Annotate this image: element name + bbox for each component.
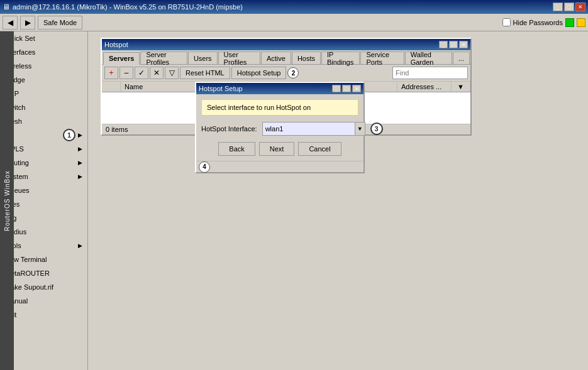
tab-hosts[interactable]: Hosts [292,52,321,64]
interface-input-wrap: ▼ [262,122,365,136]
system-arrow-icon: ▶ [78,173,82,180]
main-layout: Quick Set Interfaces Wireless Bridge PPP… [0,31,588,370]
title-bar-left: 🖥 admin@172.16.16.1 (MikroTik) - WinBox … [3,3,243,11]
col-name: Name [121,82,196,92]
hide-passwords-checkbox[interactable] [502,18,511,26]
setup-dialog-title: Hotspot Setup [199,85,243,92]
tab-server-profiles[interactable]: Server Profiles [140,52,187,64]
tools-arrow-icon: ▶ [78,242,82,249]
close-button[interactable]: ✕ [575,3,585,11]
setup-dialog: Hotspot Setup _ □ ✕ Select interface to … [195,82,365,173]
setup-instruction: Select interface to run HotSpot on [201,99,358,116]
setup-minimize-button[interactable]: _ [332,85,341,92]
back-button[interactable]: ◀ [3,16,18,30]
forward-button[interactable]: ▶ [20,16,35,30]
setup-buttons: Back Next Cancel [201,142,358,156]
app-icon: 🖥 [3,3,10,11]
cancel-button[interactable]: Cancel [298,142,341,156]
status-text: 0 items [106,126,128,133]
hotspot-setup-button[interactable]: Hotspot Setup [231,67,287,79]
back-button[interactable]: Back [218,142,255,156]
setup-close-button[interactable]: ✕ [352,85,361,92]
setup-footer: 4 [196,161,363,172]
tab-walled-garden[interactable]: Walled Garden [405,52,452,64]
reset-html-button[interactable]: Reset HTML [180,67,230,79]
col-scroll[interactable]: ▼ [452,82,470,92]
hotspot-window-controls: _ □ ✕ [439,41,468,48]
find-input[interactable] [392,67,468,79]
routing-arrow-icon: ▶ [78,160,82,166]
hotspot-minimize-button[interactable]: _ [439,41,448,48]
remove-button[interactable]: – [119,67,133,79]
tab-active[interactable]: Active [261,52,291,64]
hide-passwords-area: Hide Passwords [502,18,585,27]
routeros-winbox-label: RouterOS WinBox [0,31,14,370]
content-area: Hotspot _ □ ✕ Servers Server Profiles Us… [88,31,588,370]
tab-service-ports[interactable]: Service Ports [360,52,404,64]
setup-dialog-titlebar: Hotspot Setup _ □ ✕ [196,83,363,94]
tab-more[interactable]: ... [453,52,470,64]
interface-row: HotSpot Interface: ▼ 3 [201,122,358,136]
add-button[interactable]: + [104,67,118,79]
tab-ip-bindings[interactable]: IP Bindings [321,52,360,64]
mpls-arrow-icon: ▶ [78,146,82,152]
window-title: admin@172.16.16.1 (MikroTik) - WinBox v5… [13,3,243,11]
tab-users[interactable]: Users [188,52,218,64]
setup-content: Select interface to run HotSpot on HotSp… [196,94,363,161]
ip-badge: 1 [63,129,75,141]
safe-mode-button[interactable]: Safe Mode [38,16,82,30]
hotspot-maximize-button[interactable]: □ [449,41,458,48]
hotspot-window-title: Hotspot [104,41,128,48]
copy-button[interactable]: ✕ [150,67,164,79]
minimize-button[interactable]: _ [553,3,563,11]
hotspot-window-titlebar: Hotspot _ □ ✕ [102,39,470,50]
maximize-button[interactable]: □ [564,3,574,11]
hide-passwords-label: Hide Passwords [513,19,563,26]
col-addresses: Addresses ... [397,82,452,92]
title-bar-controls: _ □ ✕ [553,3,585,11]
interface-input[interactable] [263,122,355,135]
hotspot-tabs: Servers Server Profiles Users User Profi… [102,50,470,65]
sidebar: Quick Set Interfaces Wireless Bridge PPP… [0,31,88,370]
interface-label: HotSpot Interface: [201,125,257,133]
edit-button[interactable]: ✓ [135,67,148,79]
ip-arrow-icon: ▶ [78,132,82,138]
tab-servers[interactable]: Servers [103,52,140,65]
led-yellow [577,18,585,27]
tab-user-profiles[interactable]: User Profiles [218,52,260,64]
hotspot-close-button[interactable]: ✕ [459,41,468,48]
led-green [565,18,574,27]
footer-badge: 4 [199,161,210,173]
filter-button[interactable]: ▽ [165,67,179,79]
col-check [102,82,121,92]
hotspot-setup-badge: 2 [287,67,299,79]
next-button[interactable]: Next [259,142,295,156]
hotspot-toolbar: + – ✓ ✕ ▽ Reset HTML Hotspot Setup 2 [102,65,470,82]
setup-dialog-controls: _ □ ✕ [332,85,361,92]
title-bar: 🖥 admin@172.16.16.1 (MikroTik) - WinBox … [0,0,588,14]
interface-dropdown-button[interactable]: ▼ [355,122,365,135]
setup-maximize-button[interactable]: □ [342,85,351,92]
main-toolbar: ◀ ▶ Safe Mode Hide Passwords [0,14,588,31]
interface-badge: 3 [370,122,383,135]
